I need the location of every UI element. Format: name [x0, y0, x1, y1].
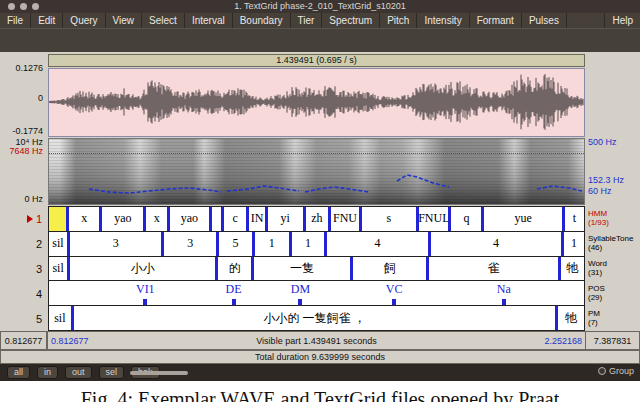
menu-item-view[interactable]: View: [106, 13, 143, 28]
interval[interactable]: c: [224, 207, 250, 231]
interval[interactable]: 1: [255, 232, 292, 256]
interval[interactable]: IN: [249, 207, 267, 231]
interval[interactable]: s: [362, 207, 420, 231]
interval-label: yao: [181, 211, 198, 226]
interval[interactable]: 小小: [70, 257, 218, 281]
interval[interactable]: zh: [306, 207, 332, 231]
interval[interactable]: yao: [170, 207, 211, 231]
figure-caption: Fig. 4: Exemplar WAVE and TextGrid files…: [0, 381, 640, 402]
menu-item-intensity[interactable]: Intensity: [417, 13, 469, 28]
sel-button[interactable]: sel: [99, 366, 125, 379]
menu-item-pitch[interactable]: Pitch: [380, 13, 417, 28]
point-tick[interactable]: [232, 299, 236, 305]
interval[interactable]: 一隻: [254, 257, 353, 281]
tier-count: (7): [588, 318, 640, 327]
interval[interactable]: x: [69, 207, 102, 231]
interval[interactable]: sil: [49, 232, 70, 256]
time-ruler[interactable]: 1.439491 (0.695 / s): [48, 54, 585, 67]
interval[interactable]: yue: [484, 207, 564, 231]
interval-label: q: [463, 211, 469, 226]
menu-item-query[interactable]: Query: [63, 13, 105, 28]
menu-item-help[interactable]: Help: [604, 13, 640, 28]
tier-name-row-4[interactable]: POS(29): [588, 281, 640, 306]
interval[interactable]: 牠: [561, 257, 584, 281]
tier-name-row-5[interactable]: PM(7): [588, 306, 640, 331]
tier-name-row-2[interactable]: SyllableTone(46): [588, 231, 640, 256]
total-duration-bar[interactable]: Total duration 9.639999 seconds: [0, 350, 640, 364]
interval[interactable]: FNUL: [419, 207, 451, 231]
horizontal-scrollbar-handle[interactable]: [130, 371, 188, 375]
interval[interactable]: 1: [564, 232, 584, 256]
interval-label: 4: [375, 236, 381, 251]
menu-item-spectrum[interactable]: Spectrum: [322, 13, 380, 28]
menu-item-boundary[interactable]: Boundary: [233, 13, 291, 28]
spectrogram-panel[interactable]: [48, 138, 585, 205]
interval-label: 1: [305, 236, 311, 251]
interval[interactable]: 1: [292, 232, 327, 256]
interval[interactable]: sil: [49, 306, 74, 330]
interval-label: 一隻: [290, 260, 314, 277]
waveform-plot: [49, 69, 584, 136]
point-tick[interactable]: [502, 299, 506, 305]
menu-item-tier[interactable]: Tier: [291, 13, 323, 28]
time-after-window-box[interactable]: 7.387831: [585, 331, 640, 350]
waveform-panel[interactable]: [48, 68, 585, 137]
interval[interactable]: 4: [431, 232, 564, 256]
interval[interactable]: 3: [164, 232, 219, 256]
menu-item-select[interactable]: Select: [142, 13, 185, 28]
interval-label: 牠: [565, 310, 577, 327]
point-tick[interactable]: [392, 299, 396, 305]
interval[interactable]: q: [451, 207, 484, 231]
all-button[interactable]: all: [7, 366, 30, 379]
group-control[interactable]: Group: [598, 366, 634, 376]
point-tick[interactable]: [143, 299, 147, 305]
interval[interactable]: 飼: [353, 257, 429, 281]
point-tick[interactable]: [298, 299, 302, 305]
interval[interactable]: yao: [102, 207, 146, 231]
group-checkbox[interactable]: [598, 367, 606, 375]
selected-tier-marker: [27, 215, 33, 223]
interval-label: 4: [493, 236, 499, 251]
menu-item-edit[interactable]: Edit: [31, 13, 63, 28]
tier-name-row-1[interactable]: HMM(1/93): [588, 206, 640, 231]
interval-text-field-panel[interactable]: [0, 28, 640, 52]
interval[interactable]: sil: [49, 257, 70, 281]
interval-label: x: [154, 211, 160, 226]
point-label[interactable]: DE: [226, 282, 242, 297]
visible-part-bar[interactable]: 0.812677 Visible part 1.439491 seconds 2…: [47, 331, 586, 350]
interval[interactable]: [212, 207, 224, 231]
tier-number-row-1[interactable]: 1: [0, 206, 46, 231]
menu-item-formant[interactable]: Formant: [470, 13, 522, 28]
point-label[interactable]: DM: [291, 282, 310, 297]
tier-count: (46): [588, 243, 640, 252]
tier-name-row-3[interactable]: Word(31): [588, 256, 640, 281]
tier-count: (31): [588, 268, 640, 277]
tier-number-row-5[interactable]: 5: [0, 306, 46, 331]
interval[interactable]: 小小的 一隻飼雀 ，: [74, 306, 559, 330]
interval[interactable]: t: [565, 207, 584, 231]
interval[interactable]: 的: [218, 257, 254, 281]
interval[interactable]: FNU: [331, 207, 361, 231]
interval[interactable]: yi: [268, 207, 306, 231]
group-label: Group: [609, 366, 634, 376]
tier-number-row-3[interactable]: 3: [0, 256, 46, 281]
interval[interactable]: 5: [219, 232, 254, 256]
tier-number-row-2[interactable]: 2: [0, 231, 46, 256]
interval[interactable]: 3: [70, 232, 164, 256]
interval[interactable]: x: [146, 207, 170, 231]
interval[interactable]: 雀: [429, 257, 561, 281]
in-button[interactable]: in: [37, 366, 58, 379]
menu-item-interval[interactable]: Interval: [185, 13, 233, 28]
tier-number: 5: [36, 313, 42, 325]
menu-item-pulses[interactable]: Pulses: [522, 13, 567, 28]
interval[interactable]: [49, 207, 69, 231]
time-before-window-box[interactable]: 0.812677: [0, 331, 47, 350]
interval[interactable]: 4: [327, 232, 431, 256]
point-label[interactable]: VI1: [136, 282, 155, 297]
point-label[interactable]: VC: [386, 282, 403, 297]
interval[interactable]: 牠: [558, 306, 584, 330]
tier-number-row-4[interactable]: 4: [0, 281, 46, 306]
out-button[interactable]: out: [65, 366, 92, 379]
menu-item-file[interactable]: File: [0, 13, 31, 28]
point-label[interactable]: Na: [497, 282, 511, 297]
